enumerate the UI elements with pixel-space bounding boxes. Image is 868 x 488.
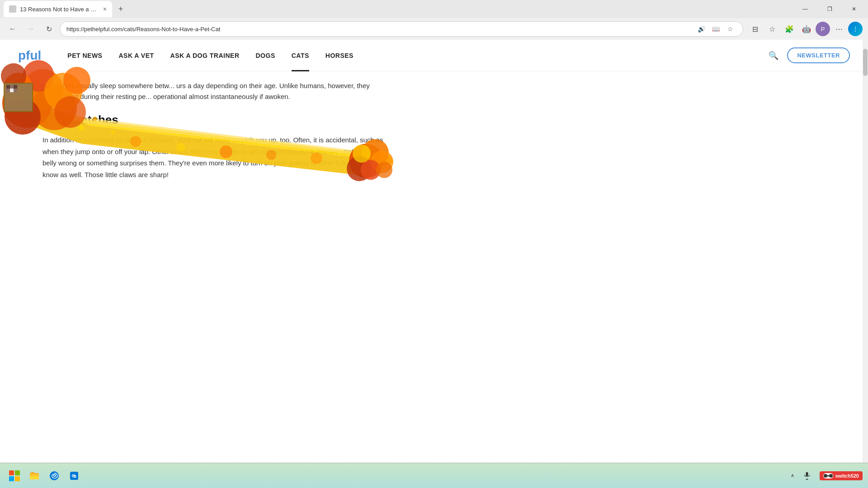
maximize-button[interactable]: ❐ [819, 1, 840, 17]
copilot-icon[interactable]: 🤖 [798, 21, 815, 37]
start-icon-sq-3 [9, 476, 14, 481]
scrollbar-thumb[interactable] [863, 49, 868, 76]
edge-browser-button[interactable] [45, 467, 63, 485]
switch520-badge[interactable]: switch520 [820, 471, 863, 480]
switch520-label: switch520 [835, 473, 859, 479]
edge-icon [49, 470, 60, 481]
nav-horses[interactable]: HORSES [317, 40, 362, 71]
taskbar: 🛍 ∧ switch520 [0, 463, 868, 488]
start-icon-sq-4 [15, 476, 20, 481]
store-icon: 🛍 [69, 470, 80, 481]
start-icon-sq-2 [15, 470, 20, 475]
address-bar[interactable]: https://pethelpful.com/cats/Reasons-Not-… [60, 21, 743, 37]
new-tab-button[interactable]: + [114, 2, 127, 16]
forward-button[interactable]: → [24, 22, 38, 36]
svg-rect-38 [31, 472, 34, 474]
browser-chrome: 13 Reasons Not to Have a Pet C... × + — … [0, 0, 868, 40]
address-bar-row: ← → ↻ https://pethelpful.com/cats/Reason… [0, 18, 868, 40]
switch-icon [823, 473, 833, 479]
window-controls: — ❐ ✕ [795, 1, 864, 17]
nav-ask-dog-trainer[interactable]: ASK A DOG TRAINER [162, 40, 248, 71]
taskbar-right: ∧ switch520 [791, 467, 863, 485]
chevron-up-icon[interactable]: ∧ [791, 473, 794, 479]
svg-point-46 [824, 474, 827, 478]
minimize-button[interactable]: — [795, 1, 816, 17]
edge-sidebar-icon[interactable]: ⋮ [848, 22, 863, 36]
toolbar-icons: ⊟ ☆ 🧩 🤖 P ⋯ ⋮ [747, 21, 863, 37]
nav-ask-vet[interactable]: ASK A VET [110, 40, 162, 71]
profile-button[interactable]: P [816, 22, 830, 36]
file-explorer-icon [29, 470, 40, 481]
more-tools-icon[interactable]: ⋯ [831, 21, 847, 37]
split-screen-icon[interactable]: ⊟ [747, 21, 763, 37]
tab-bar: 13 Reasons Not to Have a Pet C... × + — … [0, 0, 868, 18]
intro-paragraph: hemselves usually sleep somewhere betw..… [42, 80, 389, 102]
favorites-icon[interactable]: ☆ [724, 23, 736, 35]
svg-point-47 [829, 474, 833, 478]
website-content: ​pful PET NEWS ASK A VET ASK A DOG TRAIN… [0, 40, 868, 463]
nav-pet-news[interactable]: PET NEWS [59, 40, 110, 71]
section-body-text: In addition to scratching up all your fu… [42, 134, 389, 180]
nav-dogs[interactable]: DOGS [248, 40, 283, 71]
newsletter-button[interactable]: NEWSLETTER [787, 47, 850, 63]
start-icon-sq-1 [9, 470, 14, 475]
page-content: hemselves usually sleep somewhere betw..… [0, 71, 407, 198]
svg-rect-48 [827, 475, 830, 477]
collections-icon[interactable]: ☆ [764, 21, 780, 37]
back-button[interactable]: ← [5, 22, 20, 36]
system-tray: ∧ [791, 473, 794, 479]
store-button[interactable]: 🛍 [65, 467, 83, 485]
microphone-icon [802, 471, 811, 480]
refresh-button[interactable]: ↻ [42, 22, 56, 36]
site-search-icon[interactable]: 🔍 [765, 47, 782, 64]
start-button[interactable] [5, 467, 24, 485]
site-navigation: PET NEWS ASK A VET ASK A DOG TRAINER DOG… [59, 40, 765, 71]
start-icon [9, 470, 20, 481]
url-text: https://pethelpful.com/cats/Reasons-Not-… [66, 26, 220, 33]
read-aloud-icon[interactable]: 🔊 [695, 23, 708, 35]
immersive-reader-icon[interactable]: 📖 [709, 23, 722, 35]
address-bar-icons: 🔊 📖 ☆ [695, 23, 736, 35]
file-explorer-button[interactable] [25, 467, 43, 485]
nav-cats[interactable]: CATS [283, 40, 317, 71]
site-header: ​pful PET NEWS ASK A VET ASK A DOG TRAIN… [0, 40, 868, 71]
svg-rect-42 [806, 472, 808, 476]
close-button[interactable]: ✕ [844, 1, 864, 17]
logo-text: pful [18, 48, 41, 62]
extensions-icon[interactable]: 🧩 [781, 21, 797, 37]
header-actions: 🔍 NEWSLETTER [765, 47, 850, 64]
microphone-button[interactable] [798, 467, 816, 485]
svg-text:🛍: 🛍 [72, 474, 76, 479]
tab-favicon [9, 5, 16, 13]
section-heading: 12. Scratches [42, 113, 389, 127]
scrollbar[interactable] [863, 40, 868, 463]
active-tab[interactable]: 13 Reasons Not to Have a Pet C... × [4, 1, 112, 17]
tab-close-btn[interactable]: × [103, 5, 107, 13]
tab-title: 13 Reasons Not to Have a Pet C... [20, 6, 99, 13]
site-logo: ​pful [18, 48, 41, 63]
